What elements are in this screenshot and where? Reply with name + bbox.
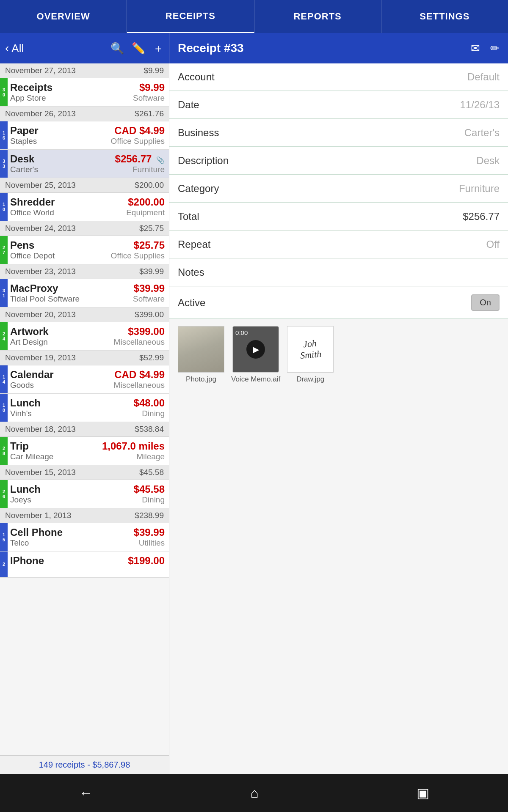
voice-thumb: 0:00 ▶ <box>232 326 279 373</box>
date-field: Date 11/26/13 <box>169 91 508 119</box>
side-indicator: 24 <box>0 322 8 350</box>
date-separator: November 27, 2013 $9.99 <box>0 63 169 78</box>
play-button[interactable]: ▶ <box>246 340 265 359</box>
nav-overview[interactable]: OVERVIEW <box>0 0 127 33</box>
side-indicator: 30 <box>0 78 8 106</box>
top-navigation: OVERVIEW RECEIPTS REPORTS SETTINGS <box>0 0 508 33</box>
edit-receipt-icon[interactable]: ✏ <box>490 42 500 55</box>
nav-reports[interactable]: REPORTS <box>254 0 381 33</box>
left-panel: ‹ All 🔍 ✏️ ＋ November 27, 2013 $9.99 30 … <box>0 33 169 774</box>
draw-thumb: JohSmith <box>287 326 334 373</box>
list-item[interactable]: 26 Lunch$45.58 JoeysDining <box>0 480 169 508</box>
receipt-list: November 27, 2013 $9.99 30 Receipts$9.99… <box>0 63 169 755</box>
all-label: All <box>11 42 24 55</box>
main-content: ‹ All 🔍 ✏️ ＋ November 27, 2013 $9.99 30 … <box>0 33 508 774</box>
right-panel: Receipt #33 ✉ ✏ Account Default Date 11/… <box>169 33 508 774</box>
left-toolbar: ‹ All 🔍 ✏️ ＋ <box>0 33 169 63</box>
list-item[interactable]: 28 Trip1,067.0 miles Car MileageMileage <box>0 437 169 465</box>
date-separator: November 19, 2013 $52.99 <box>0 351 169 365</box>
date-separator: November 18, 2013 $538.84 <box>0 422 169 437</box>
voice-attachment[interactable]: 0:00 ▶ Voice Memo.aif <box>231 326 280 384</box>
edit-icon[interactable]: ✏️ <box>132 42 145 55</box>
photo-attachment[interactable]: Photo.jpg <box>178 326 224 384</box>
list-item[interactable]: 15 Cell Phone$39.99 TelcoUtilities <box>0 523 169 551</box>
list-item[interactable]: 10 Shredder$200.00 Office WorldEquipment <box>0 193 169 221</box>
category-field: Category Furniture <box>169 175 508 203</box>
list-item[interactable]: 31 MacProxy$39.99 Tidal Pool SoftwareSof… <box>0 279 169 307</box>
photo-thumb <box>178 326 224 373</box>
side-indicator: 28 <box>0 437 8 465</box>
search-icon[interactable]: 🔍 <box>110 42 124 55</box>
right-toolbar: Receipt #33 ✉ ✏ <box>169 33 508 63</box>
list-item[interactable]: 10 Lunch$48.00 Vinh'sDining <box>0 394 169 422</box>
date-separator: November 26, 2013 $261.76 <box>0 107 169 121</box>
detail-content: Account Default Date 11/26/13 Business C… <box>169 63 508 774</box>
attachments-row: Photo.jpg 0:00 ▶ Voice Memo.aif JohSmith… <box>169 319 508 390</box>
list-item[interactable]: 33 Desk $256.77 📎 Carter'sFurniture <box>0 150 169 178</box>
back-button[interactable]: ‹ <box>5 41 9 55</box>
receipt-title: Receipt #33 <box>178 41 461 55</box>
list-item[interactable]: 30 Receipts$9.99 App StoreSoftware <box>0 78 169 107</box>
repeat-field: Repeat Off <box>169 231 508 258</box>
side-indicator: 16 <box>0 121 8 149</box>
nav-settings[interactable]: SETTINGS <box>381 0 508 33</box>
side-indicator: 15 <box>0 523 8 551</box>
side-indicator: 31 <box>0 279 8 307</box>
total-field: Total $256.77 <box>169 203 508 230</box>
date-separator: November 1, 2013 $238.99 <box>0 508 169 523</box>
date-separator: November 25, 2013 $200.00 <box>0 178 169 193</box>
date-separator: November 15, 2013 $45.58 <box>0 465 169 480</box>
date-separator: November 20, 2013 $399.00 <box>0 307 169 322</box>
side-indicator: 27 <box>0 236 8 264</box>
description-field: Description Desk <box>169 147 508 175</box>
side-indicator: 10 <box>0 394 8 422</box>
draw-attachment[interactable]: JohSmith Draw.jpg <box>287 326 334 384</box>
date-separator: November 24, 2013 $25.75 <box>0 221 169 236</box>
side-indicator: 10 <box>0 193 8 221</box>
nav-receipts[interactable]: RECEIPTS <box>127 0 254 33</box>
list-item[interactable]: 16 PaperCAD $4.99 StaplesOffice Supplies <box>0 121 169 150</box>
bottom-navigation: ← ⌂ ▣ <box>0 774 508 812</box>
side-indicator: 2 <box>0 551 8 577</box>
side-indicator: 33 <box>0 150 8 178</box>
list-footer: 149 receipts - $5,867.98 <box>0 755 169 774</box>
list-item[interactable]: 27 Pens$25.75 Office DepotOffice Supplie… <box>0 236 169 264</box>
list-item[interactable]: 24 Artwork$399.00 Art DesignMiscellaneou… <box>0 322 169 351</box>
active-field: Active On <box>169 287 508 319</box>
home-nav-icon[interactable]: ⌂ <box>250 785 258 801</box>
side-indicator: 14 <box>0 365 8 393</box>
attachment-icon: 📎 <box>156 156 165 164</box>
active-toggle[interactable]: On <box>471 294 500 311</box>
add-icon[interactable]: ＋ <box>153 41 164 56</box>
account-field: Account Default <box>169 63 508 91</box>
side-indicator: 26 <box>0 480 8 508</box>
date-separator: November 23, 2013 $39.99 <box>0 264 169 279</box>
email-icon[interactable]: ✉ <box>471 42 480 55</box>
notes-field: Notes <box>169 259 508 286</box>
back-nav-icon[interactable]: ← <box>79 785 92 801</box>
business-field: Business Carter's <box>169 119 508 147</box>
list-item[interactable]: 14 CalendarCAD $4.99 GoodsMiscellaneous <box>0 365 169 394</box>
recent-nav-icon[interactable]: ▣ <box>417 785 429 801</box>
list-item[interactable]: 2 IPhone$199.00 <box>0 551 169 578</box>
